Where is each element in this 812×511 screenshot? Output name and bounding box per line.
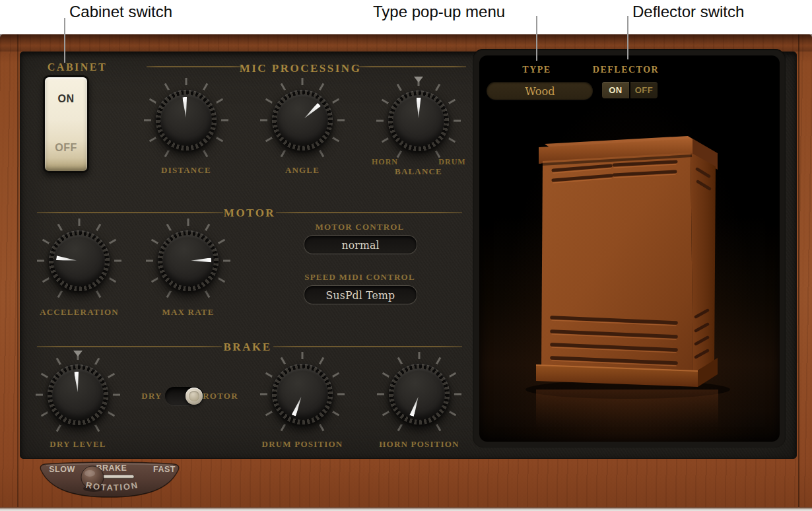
knob-needle bbox=[393, 95, 444, 147]
acceleration-knob[interactable] bbox=[37, 219, 121, 303]
toggle-dry-label: DRY bbox=[141, 391, 162, 401]
annotation-cabinet-switch: Cabinet switch bbox=[69, 3, 172, 21]
dry-level-knob[interactable] bbox=[36, 353, 120, 437]
motor-control-label: MOTOR CONTROL bbox=[316, 222, 405, 232]
wood-seam bbox=[17, 34, 18, 511]
balance-label: BALANCE bbox=[395, 166, 442, 177]
cabinet-switch[interactable]: ON OFF bbox=[43, 75, 89, 173]
toggle-rotor-label: ROTOR bbox=[203, 391, 238, 401]
rotation-fast-label: FAST bbox=[153, 465, 176, 474]
deflector-label: DEFLECTOR bbox=[593, 65, 659, 75]
speed-midi-control-popup[interactable]: SusPdl Temp bbox=[304, 285, 417, 304]
knob-body bbox=[49, 230, 110, 291]
type-label: TYPE bbox=[522, 65, 551, 75]
rotation-switch-plate: SLOW BRAKE FAST ROTATION bbox=[38, 461, 181, 498]
rotor-cabinet-plugin-window: Cabinet switch Type pop-up menu Deflecto… bbox=[0, 0, 812, 511]
rotation-slow-label: SLOW bbox=[49, 465, 75, 474]
section-line bbox=[147, 66, 242, 67]
deflector-off-button[interactable]: OFF bbox=[630, 82, 658, 98]
annotation-deflector-switch: Deflector switch bbox=[632, 3, 744, 21]
annotation-type-popup: Type pop-up menu bbox=[373, 3, 505, 21]
knob-face bbox=[277, 94, 328, 146]
motor-control-popup[interactable]: normal bbox=[304, 235, 417, 254]
dry-level-label: DRY LEVEL bbox=[50, 439, 106, 450]
knob-body bbox=[272, 364, 333, 425]
knob-face bbox=[52, 369, 104, 421]
section-line bbox=[273, 346, 462, 347]
rotation-slider-track[interactable] bbox=[102, 475, 134, 479]
distance-knob[interactable] bbox=[144, 78, 228, 162]
knob-needle bbox=[51, 232, 108, 290]
knob-body bbox=[389, 364, 450, 425]
knob-face bbox=[393, 95, 444, 147]
max-rate-label: MAX RATE bbox=[162, 307, 214, 318]
angle-knob[interactable] bbox=[260, 78, 345, 162]
knob-body bbox=[272, 90, 333, 151]
section-line bbox=[276, 212, 462, 213]
speed-midi-control-value: SusPdl Temp bbox=[326, 289, 395, 302]
knob-face bbox=[160, 94, 212, 146]
max-rate-knob[interactable] bbox=[146, 219, 230, 303]
cabinet-3d-graphic bbox=[479, 55, 780, 442]
knob-face bbox=[53, 235, 105, 287]
dry-rotor-toggle[interactable] bbox=[165, 387, 203, 405]
callout-line-cabinet bbox=[64, 18, 65, 63]
distance-label: DISTANCE bbox=[161, 165, 211, 176]
drum-position-knob[interactable] bbox=[260, 352, 345, 436]
knob-face bbox=[277, 368, 328, 420]
knob-face bbox=[393, 368, 445, 420]
mic-processing-title: MIC PROCESSING bbox=[240, 62, 362, 75]
knob-body bbox=[388, 90, 449, 151]
dry-level-marker-icon bbox=[73, 351, 83, 357]
balance-marker-icon bbox=[414, 77, 423, 83]
deflector-switch: ON OFF bbox=[602, 82, 658, 98]
section-line bbox=[358, 66, 466, 67]
cabinet-switch-on-label: ON bbox=[45, 93, 87, 105]
knob-body bbox=[158, 230, 219, 291]
knob-needle bbox=[162, 234, 215, 288]
knob-needle bbox=[50, 367, 105, 422]
section-line bbox=[37, 212, 223, 213]
knob-body bbox=[48, 364, 108, 425]
acceleration-label: ACCELERATION bbox=[40, 307, 119, 318]
horn-position-knob[interactable] bbox=[377, 352, 461, 436]
knob-body bbox=[156, 90, 217, 151]
toggle-thumb bbox=[186, 388, 203, 405]
callout-line-deflector bbox=[627, 16, 628, 59]
angle-label: ANGLE bbox=[285, 165, 320, 176]
type-popup-menu[interactable]: Wood bbox=[487, 82, 593, 100]
knob-needle bbox=[158, 92, 213, 147]
horn-position-label: HORN POSITION bbox=[379, 439, 459, 450]
cabinet-display-screen: TYPE Wood DEFLECTOR ON OFF bbox=[479, 55, 780, 442]
knob-face bbox=[162, 235, 214, 287]
drum-position-label: DRUM POSITION bbox=[262, 439, 343, 450]
type-value: Wood bbox=[525, 85, 555, 98]
balance-knob[interactable] bbox=[376, 79, 461, 163]
window-bottom-edge bbox=[0, 507, 812, 511]
section-line bbox=[37, 346, 222, 347]
wood-seam bbox=[798, 34, 799, 511]
motor-title: MOTOR bbox=[224, 207, 275, 220]
speed-midi-control-label: SPEED MIDI CONTROL bbox=[304, 272, 415, 283]
balance-drum-label: DRUM bbox=[438, 157, 465, 167]
motor-control-value: normal bbox=[341, 238, 379, 252]
deflector-on-button[interactable]: ON bbox=[602, 82, 629, 98]
callout-line-type bbox=[536, 16, 537, 61]
cabinet-section-label: CABINET bbox=[48, 61, 107, 73]
device-wood-frame: CABINET ON OFF MIC PROCESSING bbox=[0, 34, 812, 511]
cabinet-switch-off-label: OFF bbox=[45, 142, 87, 154]
balance-horn-label: HORN bbox=[372, 157, 398, 167]
